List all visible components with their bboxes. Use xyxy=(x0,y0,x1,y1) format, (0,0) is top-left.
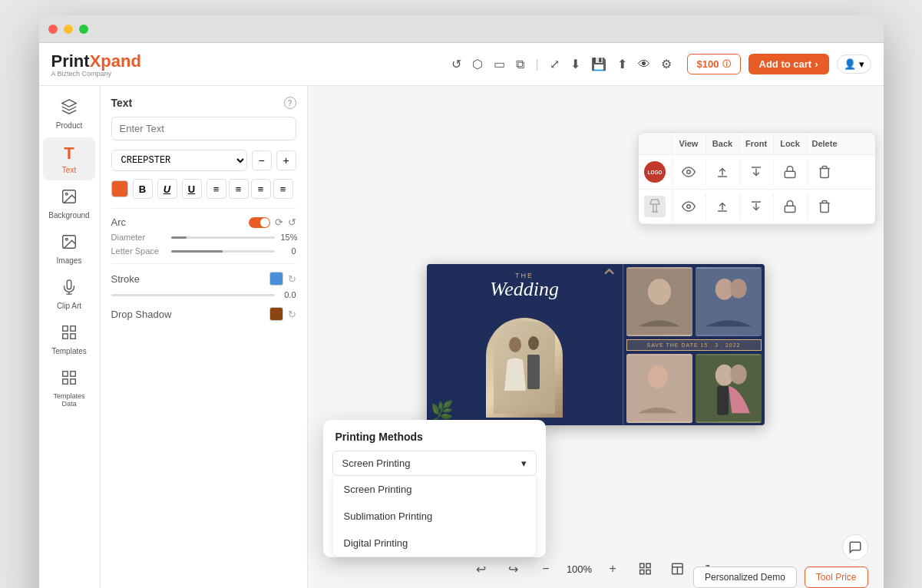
sidebar-item-templates[interactable]: Templates xyxy=(43,318,95,362)
price-value: $100 xyxy=(697,58,719,70)
image-icon[interactable]: ▭ xyxy=(494,57,505,71)
svg-rect-10 xyxy=(71,379,75,384)
align-right-button[interactable]: ≡ xyxy=(251,179,271,199)
sidebar-label-background: Background xyxy=(48,211,89,220)
printing-option-digital[interactable]: Digital Printing xyxy=(333,530,536,557)
align-center-button[interactable]: ≡ xyxy=(229,179,249,199)
letter-space-row: Letter Space 0 xyxy=(111,246,296,256)
svg-rect-4 xyxy=(63,326,68,331)
stroke-color-swatch[interactable] xyxy=(269,272,283,286)
format-row: B U U ≡ ≡ ≡ ≡ xyxy=(111,179,296,199)
add-to-cart-button[interactable]: Add to cart › xyxy=(749,54,829,74)
svg-point-28 xyxy=(528,336,539,350)
stroke-value: 0.0 xyxy=(281,290,296,299)
shadow-label: Drop Shadow xyxy=(111,309,172,320)
duplicate-icon[interactable]: ⧉ xyxy=(516,58,524,71)
app-content: PrintXpand A Biztech Company ↺ ⬡ ▭ ⧉ | ⤢… xyxy=(39,43,884,588)
font-size-decrease[interactable]: − xyxy=(252,150,272,170)
minimize-button[interactable] xyxy=(64,25,73,34)
share-icon[interactable]: ⬆ xyxy=(617,57,627,71)
printing-methods-title: Printing Methods xyxy=(323,420,546,451)
arc-icon-2[interactable]: ↺ xyxy=(288,216,296,228)
bold-button[interactable]: B xyxy=(133,179,153,199)
layer-view-1[interactable] xyxy=(672,159,706,185)
photo-cell-1 xyxy=(626,267,692,336)
sidebar-item-background[interactable]: Background xyxy=(43,182,95,226)
close-button[interactable] xyxy=(48,25,58,34)
layer-view-2[interactable] xyxy=(672,193,706,220)
layer-lock-2[interactable] xyxy=(774,193,808,220)
maximize-button[interactable] xyxy=(79,25,88,34)
personalized-demo-button[interactable]: Personalized Demo xyxy=(693,567,797,588)
svg-point-36 xyxy=(647,365,667,388)
bottom-toolbar: ↩ ↪ − 100% + ↻ xyxy=(470,557,721,580)
text-color-swatch[interactable] xyxy=(111,180,128,197)
stroke-slider[interactable] xyxy=(111,294,275,296)
letter-space-label: Letter Space xyxy=(111,246,165,256)
layer-back-1[interactable] xyxy=(706,159,740,185)
download-icon[interactable]: ⬇ xyxy=(570,57,580,71)
settings-icon[interactable]: ⚙ xyxy=(661,57,672,71)
photo-cell-3 xyxy=(626,354,692,423)
printing-option-sublimation[interactable]: Sublimation Printing xyxy=(333,503,536,530)
printing-option-screen[interactable]: Screen Printing xyxy=(333,476,536,503)
arc-label: Arc xyxy=(111,216,127,228)
zoom-out-button[interactable]: − xyxy=(534,557,557,580)
svg-point-39 xyxy=(730,365,747,385)
letter-space-slider[interactable] xyxy=(171,250,275,253)
layer-header-view: View xyxy=(672,133,706,154)
layer-lock-1[interactable] xyxy=(774,159,808,185)
svg-text:LOGO: LOGO xyxy=(648,170,663,175)
layer-delete-2[interactable] xyxy=(808,193,841,220)
undo-button[interactable]: ↩ xyxy=(470,557,493,580)
price-button[interactable]: $100 ⓘ xyxy=(687,54,741,74)
layout-button[interactable] xyxy=(666,557,689,580)
svg-point-3 xyxy=(65,238,68,240)
shape-icon[interactable]: ⬡ xyxy=(472,57,483,71)
grid-view-button[interactable] xyxy=(633,557,656,580)
user-menu-button[interactable]: 👤 ▾ xyxy=(837,55,871,74)
align-left-button[interactable]: ≡ xyxy=(207,179,226,199)
panel-info-icon[interactable]: ? xyxy=(284,97,296,109)
printing-select-trigger[interactable]: Screen Printing ▾ xyxy=(332,451,537,476)
layer-logo-thumb: LOGO xyxy=(644,161,666,183)
arc-icon-1[interactable]: ⟳ xyxy=(275,216,283,228)
italic-button[interactable]: U xyxy=(157,179,177,199)
sidebar-item-text[interactable]: T Text xyxy=(43,137,95,180)
chat-button[interactable] xyxy=(842,534,868,560)
sidebar-item-clipart[interactable]: Clip Art xyxy=(43,273,95,316)
stroke-section: Stroke ↻ 0.0 xyxy=(111,272,296,299)
underline-button[interactable]: U xyxy=(182,179,202,199)
shadow-color-swatch[interactable] xyxy=(269,307,283,321)
sidebar-item-images[interactable]: Images xyxy=(43,227,95,271)
tool-price-button[interactable]: Tool Price xyxy=(805,567,868,588)
shadow-refresh-icon[interactable]: ↻ xyxy=(288,309,296,320)
layer-back-2[interactable] xyxy=(706,193,740,220)
expand-icon[interactable]: ⤢ xyxy=(550,57,560,71)
preview-icon[interactable]: 👁 xyxy=(638,58,650,71)
font-size-increase[interactable]: + xyxy=(276,150,296,170)
product-icon xyxy=(61,98,78,119)
align-justify-button[interactable]: ≡ xyxy=(273,179,293,199)
layer-front-2[interactable] xyxy=(740,193,774,220)
sidebar-item-product[interactable]: Product xyxy=(43,92,95,136)
redo-button[interactable]: ↪ xyxy=(502,557,525,580)
diameter-slider[interactable] xyxy=(171,236,275,239)
zoom-level: 100% xyxy=(567,563,592,575)
stroke-refresh-icon[interactable]: ↻ xyxy=(288,273,296,285)
text-input[interactable] xyxy=(111,117,296,140)
sidebar-label-templates: Templates xyxy=(51,347,87,355)
svg-point-34 xyxy=(730,279,747,299)
layer-delete-1[interactable] xyxy=(808,159,841,185)
save-icon[interactable]: 💾 xyxy=(591,57,606,71)
font-selector[interactable]: CREEPSTER xyxy=(111,150,247,171)
arc-controls: ⟳ ↺ xyxy=(249,216,296,228)
header-actions: $100 ⓘ Add to cart › 👤 ▾ xyxy=(687,54,871,74)
arc-toggle[interactable] xyxy=(249,217,270,228)
svg-rect-7 xyxy=(63,334,68,339)
undo-icon[interactable]: ↺ xyxy=(451,57,461,71)
zoom-in-button[interactable]: + xyxy=(601,557,624,580)
sidebar-item-templates-data[interactable]: Templates Data xyxy=(43,363,95,414)
layer-front-1[interactable] xyxy=(740,159,774,185)
text-icon: T xyxy=(64,144,74,164)
